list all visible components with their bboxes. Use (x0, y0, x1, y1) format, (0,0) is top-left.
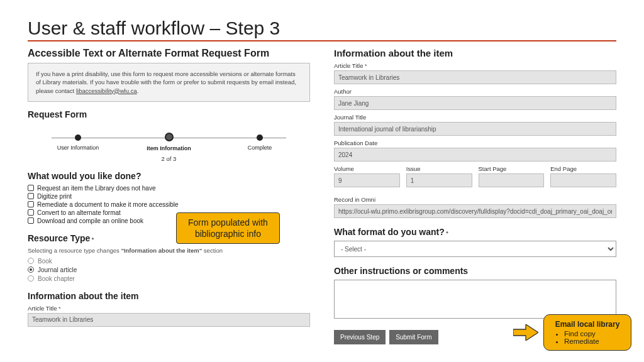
intro-tail: . (137, 87, 139, 94)
radio-list: Book Journal article Book chapter (28, 258, 310, 282)
endpage-label: End Page (550, 165, 616, 172)
article-label: Article Title (334, 62, 616, 69)
rb-journal[interactable]: Journal article (28, 266, 310, 273)
record-label: Record in Omni (334, 196, 616, 203)
endpage-field[interactable] (550, 173, 616, 187)
author-label: Author (334, 88, 616, 95)
cb-remediate[interactable]: Remediate a document to make it more acc… (28, 201, 310, 208)
comments-field[interactable] (334, 280, 616, 319)
article-label-left: Article Title (28, 305, 310, 312)
article-field-left[interactable] (28, 313, 310, 327)
pubdate-field[interactable] (334, 148, 616, 162)
cb-request-item[interactable]: Request an item the Library does not hav… (28, 185, 310, 192)
cb-digitize[interactable]: Digitize print (28, 193, 310, 200)
startpage-label: Start Page (479, 165, 545, 172)
rtype-help: Selecting a resource type changes "Infor… (28, 247, 310, 254)
article-field[interactable] (334, 70, 616, 84)
rb-chapter[interactable]: Book chapter (28, 275, 310, 282)
right-column: Information about the item Article Title… (334, 47, 616, 344)
callout-email-title: Email local library (553, 320, 622, 329)
left-column: Accessible Text or Alternate Format Requ… (28, 47, 310, 344)
volume-field[interactable] (334, 173, 400, 187)
journal-label: Journal Title (334, 114, 616, 121)
step-item: Item Information (138, 134, 201, 151)
step-user: User Information (47, 134, 109, 151)
intro-box: If you have a print disability, use this… (28, 63, 310, 102)
form-title: Accessible Text or Alternate Format Requ… (28, 48, 310, 59)
volume-label: Volume (334, 165, 400, 172)
other-heading: Other instructions or comments (334, 266, 616, 276)
callout-populated: Form populated with bibliographic info (176, 212, 280, 244)
callout-bullet-find: Find copy (564, 330, 622, 337)
previous-button[interactable]: Previous Step (334, 330, 386, 344)
intro-text: If you have a print disability, use this… (36, 70, 296, 94)
pubdate-label: Publication Date (334, 140, 616, 146)
info-heading-right: Information about the item (334, 48, 616, 58)
callout-bullet-remediate: Remediate (564, 337, 622, 345)
format-select[interactable]: - Select - (334, 241, 616, 257)
step-complete: Complete (228, 134, 291, 151)
what-heading: What would you like done? (28, 171, 310, 181)
intro-email-link[interactable]: libaccessibility@wlu.ca (76, 87, 137, 94)
submit-button[interactable]: Submit Form (389, 330, 438, 344)
author-field[interactable] (334, 96, 616, 110)
startpage-field[interactable] (479, 173, 545, 187)
request-heading: Request Form (28, 109, 310, 119)
issue-field[interactable] (406, 173, 472, 187)
info-heading-left: Information about the item (28, 291, 310, 301)
record-field[interactable] (334, 204, 616, 218)
pager: 2 of 3 (28, 155, 310, 162)
rb-book[interactable]: Book (28, 258, 310, 265)
arrow-icon (513, 324, 538, 341)
stepper: User Information Item Information Comple… (47, 134, 291, 151)
format-heading: What format do you want? (334, 227, 616, 237)
issue-label: Issue (406, 165, 472, 172)
journal-field[interactable] (334, 122, 616, 136)
slide-title: User & staff workflow – Step 3 (28, 18, 616, 41)
svg-marker-0 (513, 324, 538, 341)
callout-email: Email local library Find copy Remediate (543, 314, 631, 351)
